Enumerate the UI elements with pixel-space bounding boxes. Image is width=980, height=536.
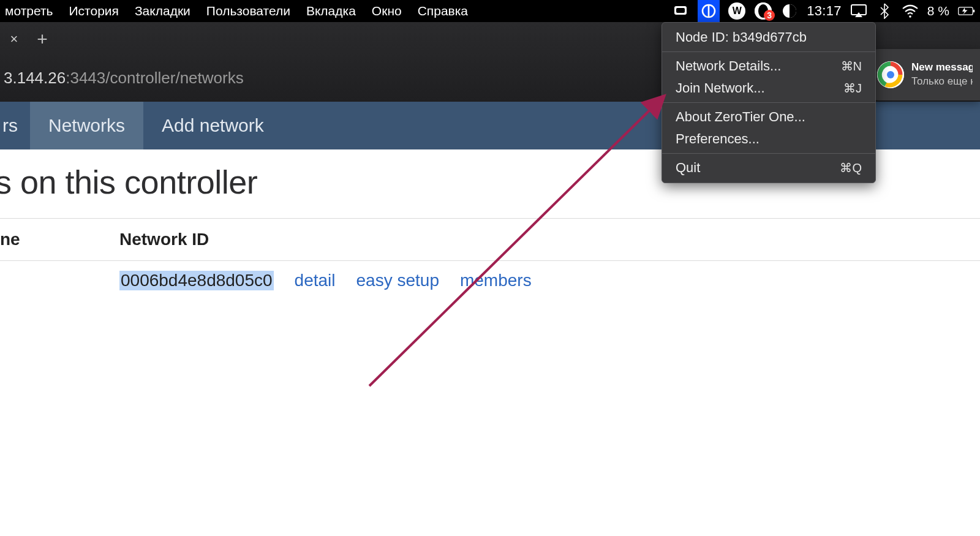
airplay-icon[interactable] (850, 2, 867, 20)
menu-item-label: Preferences... (676, 131, 760, 147)
node-id-value: b349d677cb (733, 29, 807, 45)
node-id-label: Node ID: (676, 29, 729, 45)
zoom-icon[interactable] (672, 2, 689, 20)
svg-point-9 (909, 15, 911, 18)
menu-about[interactable]: About ZeroTier One... (662, 106, 875, 128)
col-header-name: ne (0, 230, 119, 249)
detail-link[interactable]: detail (295, 271, 336, 290)
cell-network: 0006bd4e8d8d05c0 detail easy setup membe… (119, 271, 532, 290)
opera-icon[interactable]: 3 (754, 2, 772, 20)
menu-item-shortcut: ⌘N (841, 59, 862, 74)
notification-app-icon (877, 61, 904, 88)
table-header: ne Network ID (0, 218, 980, 261)
menu-preferences[interactable]: Preferences... (662, 128, 875, 150)
menu-view[interactable]: мотреть (5, 4, 53, 18)
menu-quit[interactable]: Quit ⌘Q (662, 157, 875, 179)
notification-toast[interactable]: New message Только еще нуж (870, 49, 980, 100)
menubar-right: W 3 13:17 8 % (672, 0, 975, 22)
menubar-left: мотреть История Закладки Пользователи Вк… (5, 0, 468, 22)
network-id-value[interactable]: 0006bd4e8d8d05c0 (119, 271, 274, 290)
menu-history[interactable]: История (69, 4, 119, 18)
menubar-clock[interactable]: 13:17 (807, 3, 842, 19)
easy-setup-link[interactable]: easy setup (356, 271, 439, 290)
notification-title: New message (911, 61, 973, 75)
contrast-icon[interactable] (781, 2, 798, 20)
macos-menubar: мотреть История Закладки Пользователи Вк… (0, 0, 980, 22)
nav-tab-controllers[interactable]: rs (0, 102, 30, 149)
wifi-icon[interactable] (902, 2, 919, 20)
menu-help[interactable]: Справка (418, 4, 468, 18)
nav-tab-add-network[interactable]: Add network (143, 102, 282, 149)
menu-item-shortcut: ⌘Q (840, 160, 862, 175)
zerotier-dropdown-menu: Node ID: b349d677cb Network Details... ⌘… (662, 22, 876, 183)
menu-node-id: Node ID: b349d677cb (662, 26, 875, 48)
notification-body: Только еще нуж (911, 75, 973, 89)
svg-point-15 (887, 71, 894, 78)
zerotier-menubar-icon[interactable] (698, 0, 720, 22)
new-tab-button[interactable]: + (33, 29, 51, 50)
menu-item-label: Quit (676, 160, 700, 176)
menu-item-shortcut: ⌘J (843, 81, 862, 96)
notification-text: New message Только еще нуж (911, 61, 973, 89)
svg-rect-11 (973, 10, 974, 13)
address-text: 3.144.26:3443/controller/networks (4, 69, 244, 88)
menu-tab[interactable]: Вкладка (306, 4, 356, 18)
col-header-network-id: Network ID (119, 230, 209, 249)
menu-item-label: Network Details... (676, 58, 781, 74)
nav-tab-networks[interactable]: Networks (30, 102, 143, 149)
menu-separator (662, 153, 875, 154)
menu-network-details[interactable]: Network Details... ⌘N (662, 55, 875, 77)
menu-item-label: Join Network... (676, 80, 765, 96)
menu-separator (662, 51, 875, 52)
vk-icon[interactable]: W (728, 2, 745, 20)
bluetooth-icon[interactable] (876, 2, 893, 20)
networks-table: ne Network ID 0006bd4e8d8d05c0 detail ea… (0, 218, 980, 300)
address-host: 3.144.26 (4, 69, 66, 87)
menu-item-label: About ZeroTier One... (676, 109, 805, 125)
battery-icon[interactable] (958, 2, 975, 20)
svg-rect-1 (676, 8, 685, 13)
menu-join-network[interactable]: Join Network... ⌘J (662, 77, 875, 99)
menu-people[interactable]: Пользователи (206, 4, 290, 18)
svg-marker-12 (962, 8, 968, 15)
notification-badge: 3 (764, 10, 775, 21)
menu-bookmarks[interactable]: Закладки (135, 4, 190, 18)
table-row: 0006bd4e8d8d05c0 detail easy setup membe… (0, 261, 980, 300)
tab-close-button[interactable]: × (6, 31, 22, 47)
menu-separator (662, 102, 875, 103)
battery-percent: 8 % (927, 4, 949, 18)
members-link[interactable]: members (460, 271, 532, 290)
menu-window[interactable]: Окно (372, 4, 402, 18)
address-path: :3443/controller/networks (66, 69, 243, 87)
